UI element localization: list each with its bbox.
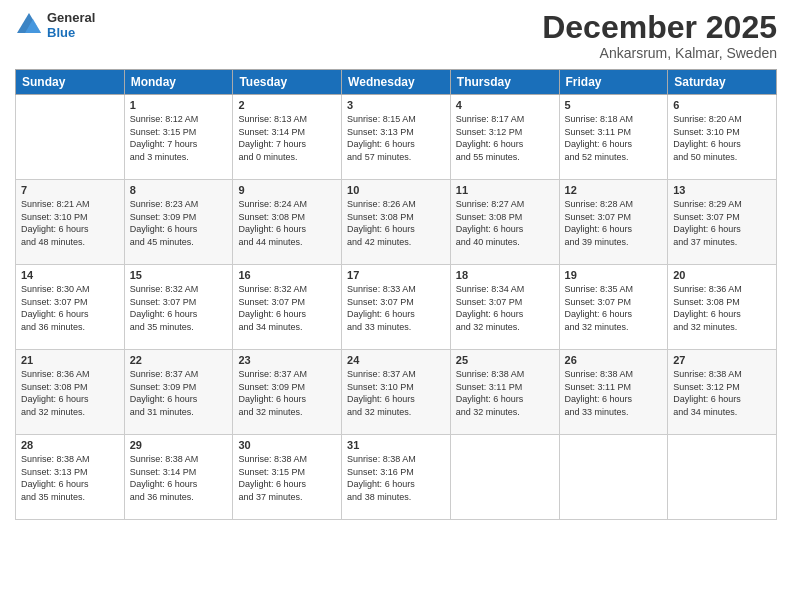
day-info: Sunrise: 8:37 AM Sunset: 3:09 PM Dayligh…: [130, 368, 228, 418]
calendar-cell: [559, 435, 668, 520]
calendar-cell: 24Sunrise: 8:37 AM Sunset: 3:10 PM Dayli…: [342, 350, 451, 435]
day-number: 24: [347, 354, 445, 366]
calendar-cell: 18Sunrise: 8:34 AM Sunset: 3:07 PM Dayli…: [450, 265, 559, 350]
day-info: Sunrise: 8:38 AM Sunset: 3:16 PM Dayligh…: [347, 453, 445, 503]
day-info: Sunrise: 8:20 AM Sunset: 3:10 PM Dayligh…: [673, 113, 771, 163]
day-number: 29: [130, 439, 228, 451]
day-number: 17: [347, 269, 445, 281]
calendar-week-row: 7Sunrise: 8:21 AM Sunset: 3:10 PM Daylig…: [16, 180, 777, 265]
day-number: 11: [456, 184, 554, 196]
day-number: 9: [238, 184, 336, 196]
title-block: December 2025 Ankarsrum, Kalmar, Sweden: [542, 10, 777, 61]
day-info: Sunrise: 8:36 AM Sunset: 3:08 PM Dayligh…: [673, 283, 771, 333]
day-number: 25: [456, 354, 554, 366]
calendar-cell: 1Sunrise: 8:12 AM Sunset: 3:15 PM Daylig…: [124, 95, 233, 180]
day-number: 12: [565, 184, 663, 196]
day-number: 6: [673, 99, 771, 111]
calendar-cell: 23Sunrise: 8:37 AM Sunset: 3:09 PM Dayli…: [233, 350, 342, 435]
day-info: Sunrise: 8:37 AM Sunset: 3:09 PM Dayligh…: [238, 368, 336, 418]
day-info: Sunrise: 8:12 AM Sunset: 3:15 PM Dayligh…: [130, 113, 228, 163]
calendar-cell: 21Sunrise: 8:36 AM Sunset: 3:08 PM Dayli…: [16, 350, 125, 435]
day-info: Sunrise: 8:35 AM Sunset: 3:07 PM Dayligh…: [565, 283, 663, 333]
calendar-cell: 22Sunrise: 8:37 AM Sunset: 3:09 PM Dayli…: [124, 350, 233, 435]
day-info: Sunrise: 8:21 AM Sunset: 3:10 PM Dayligh…: [21, 198, 119, 248]
day-info: Sunrise: 8:27 AM Sunset: 3:08 PM Dayligh…: [456, 198, 554, 248]
calendar-cell: 29Sunrise: 8:38 AM Sunset: 3:14 PM Dayli…: [124, 435, 233, 520]
day-number: 5: [565, 99, 663, 111]
day-number: 7: [21, 184, 119, 196]
calendar-cell: 9Sunrise: 8:24 AM Sunset: 3:08 PM Daylig…: [233, 180, 342, 265]
calendar-cell: 14Sunrise: 8:30 AM Sunset: 3:07 PM Dayli…: [16, 265, 125, 350]
header-friday: Friday: [559, 70, 668, 95]
header-sunday: Sunday: [16, 70, 125, 95]
day-info: Sunrise: 8:24 AM Sunset: 3:08 PM Dayligh…: [238, 198, 336, 248]
calendar-header: Sunday Monday Tuesday Wednesday Thursday…: [16, 70, 777, 95]
calendar-cell: 12Sunrise: 8:28 AM Sunset: 3:07 PM Dayli…: [559, 180, 668, 265]
calendar-cell: 8Sunrise: 8:23 AM Sunset: 3:09 PM Daylig…: [124, 180, 233, 265]
calendar-cell: 6Sunrise: 8:20 AM Sunset: 3:10 PM Daylig…: [668, 95, 777, 180]
calendar-cell: 10Sunrise: 8:26 AM Sunset: 3:08 PM Dayli…: [342, 180, 451, 265]
day-info: Sunrise: 8:17 AM Sunset: 3:12 PM Dayligh…: [456, 113, 554, 163]
calendar-cell: 16Sunrise: 8:32 AM Sunset: 3:07 PM Dayli…: [233, 265, 342, 350]
calendar-cell: 19Sunrise: 8:35 AM Sunset: 3:07 PM Dayli…: [559, 265, 668, 350]
calendar-cell: 7Sunrise: 8:21 AM Sunset: 3:10 PM Daylig…: [16, 180, 125, 265]
calendar-week-row: 14Sunrise: 8:30 AM Sunset: 3:07 PM Dayli…: [16, 265, 777, 350]
calendar-cell: 27Sunrise: 8:38 AM Sunset: 3:12 PM Dayli…: [668, 350, 777, 435]
header-thursday: Thursday: [450, 70, 559, 95]
day-info: Sunrise: 8:13 AM Sunset: 3:14 PM Dayligh…: [238, 113, 336, 163]
calendar-cell: 11Sunrise: 8:27 AM Sunset: 3:08 PM Dayli…: [450, 180, 559, 265]
day-info: Sunrise: 8:38 AM Sunset: 3:11 PM Dayligh…: [565, 368, 663, 418]
calendar-cell: [668, 435, 777, 520]
header: General Blue December 2025 Ankarsrum, Ka…: [15, 10, 777, 61]
day-number: 18: [456, 269, 554, 281]
day-number: 13: [673, 184, 771, 196]
day-number: 30: [238, 439, 336, 451]
calendar-cell: 13Sunrise: 8:29 AM Sunset: 3:07 PM Dayli…: [668, 180, 777, 265]
logo-blue: Blue: [47, 25, 95, 40]
header-monday: Monday: [124, 70, 233, 95]
calendar-cell: 5Sunrise: 8:18 AM Sunset: 3:11 PM Daylig…: [559, 95, 668, 180]
calendar-cell: 30Sunrise: 8:38 AM Sunset: 3:15 PM Dayli…: [233, 435, 342, 520]
logo-icon: [15, 11, 43, 39]
calendar-cell: 4Sunrise: 8:17 AM Sunset: 3:12 PM Daylig…: [450, 95, 559, 180]
day-info: Sunrise: 8:32 AM Sunset: 3:07 PM Dayligh…: [130, 283, 228, 333]
calendar-cell: 20Sunrise: 8:36 AM Sunset: 3:08 PM Dayli…: [668, 265, 777, 350]
day-number: 28: [21, 439, 119, 451]
day-info: Sunrise: 8:18 AM Sunset: 3:11 PM Dayligh…: [565, 113, 663, 163]
logo-text: General Blue: [47, 10, 95, 40]
calendar-cell: 31Sunrise: 8:38 AM Sunset: 3:16 PM Dayli…: [342, 435, 451, 520]
day-number: 15: [130, 269, 228, 281]
day-info: Sunrise: 8:15 AM Sunset: 3:13 PM Dayligh…: [347, 113, 445, 163]
calendar-cell: 2Sunrise: 8:13 AM Sunset: 3:14 PM Daylig…: [233, 95, 342, 180]
day-number: 19: [565, 269, 663, 281]
day-info: Sunrise: 8:28 AM Sunset: 3:07 PM Dayligh…: [565, 198, 663, 248]
day-number: 26: [565, 354, 663, 366]
calendar-cell: 17Sunrise: 8:33 AM Sunset: 3:07 PM Dayli…: [342, 265, 451, 350]
calendar-container: General Blue December 2025 Ankarsrum, Ka…: [0, 0, 792, 612]
header-saturday: Saturday: [668, 70, 777, 95]
day-number: 27: [673, 354, 771, 366]
calendar-cell: [16, 95, 125, 180]
day-info: Sunrise: 8:32 AM Sunset: 3:07 PM Dayligh…: [238, 283, 336, 333]
calendar-week-row: 1Sunrise: 8:12 AM Sunset: 3:15 PM Daylig…: [16, 95, 777, 180]
header-row: Sunday Monday Tuesday Wednesday Thursday…: [16, 70, 777, 95]
calendar-cell: [450, 435, 559, 520]
day-info: Sunrise: 8:38 AM Sunset: 3:11 PM Dayligh…: [456, 368, 554, 418]
day-number: 3: [347, 99, 445, 111]
location-subtitle: Ankarsrum, Kalmar, Sweden: [542, 45, 777, 61]
logo: General Blue: [15, 10, 95, 40]
day-info: Sunrise: 8:30 AM Sunset: 3:07 PM Dayligh…: [21, 283, 119, 333]
day-number: 31: [347, 439, 445, 451]
day-number: 4: [456, 99, 554, 111]
day-number: 20: [673, 269, 771, 281]
calendar-cell: 28Sunrise: 8:38 AM Sunset: 3:13 PM Dayli…: [16, 435, 125, 520]
day-info: Sunrise: 8:34 AM Sunset: 3:07 PM Dayligh…: [456, 283, 554, 333]
day-info: Sunrise: 8:29 AM Sunset: 3:07 PM Dayligh…: [673, 198, 771, 248]
calendar-cell: 26Sunrise: 8:38 AM Sunset: 3:11 PM Dayli…: [559, 350, 668, 435]
day-info: Sunrise: 8:38 AM Sunset: 3:14 PM Dayligh…: [130, 453, 228, 503]
calendar-body: 1Sunrise: 8:12 AM Sunset: 3:15 PM Daylig…: [16, 95, 777, 520]
calendar-week-row: 28Sunrise: 8:38 AM Sunset: 3:13 PM Dayli…: [16, 435, 777, 520]
day-info: Sunrise: 8:26 AM Sunset: 3:08 PM Dayligh…: [347, 198, 445, 248]
day-info: Sunrise: 8:38 AM Sunset: 3:15 PM Dayligh…: [238, 453, 336, 503]
header-wednesday: Wednesday: [342, 70, 451, 95]
